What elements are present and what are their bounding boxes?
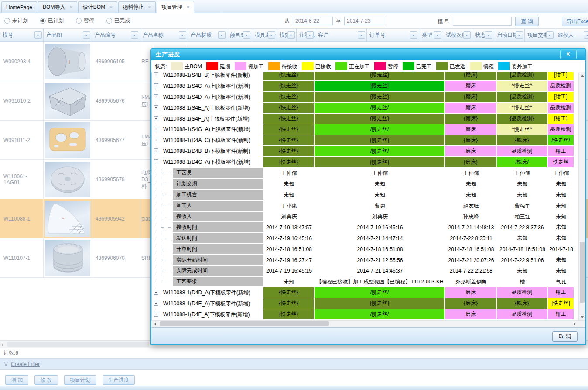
column-header-6[interactable]: 颜色要求 <box>227 29 252 41</box>
modify-button[interactable]: 修 改 <box>34 375 58 385</box>
close-tab-icon[interactable]: × <box>187 5 189 10</box>
column-header-14[interactable]: 状态 <box>472 29 494 41</box>
column-header-5[interactable]: 产品材质 <box>188 29 227 41</box>
tab-2[interactable]: BOM导入× <box>38 1 77 13</box>
production-progress-button[interactable]: 生产进度 <box>103 375 135 385</box>
column-header-label: 跟模人 <box>558 31 574 39</box>
filter-dropdown-icon[interactable] <box>358 31 365 39</box>
tree-row[interactable]: +W110088-1(D4F_A)下模板零件(新增){快走丝}/慢走丝/磨床品质… <box>152 309 578 320</box>
tree-row[interactable]: −W110088-1(D4C_A)下模板零件(新增){快走丝}{慢走丝}{磨床}… <box>152 157 578 168</box>
search-button[interactable]: 查 询 <box>515 17 538 26</box>
column-header-12[interactable]: 类型 <box>419 29 443 41</box>
filter-dropdown-icon[interactable] <box>434 31 441 39</box>
radio-icon[interactable] <box>40 18 46 24</box>
column-header-3[interactable]: 产品编号 <box>92 29 140 41</box>
filter-dropdown-icon[interactable] <box>268 31 275 39</box>
process-status-cell: {快走丝} <box>263 157 315 168</box>
create-filter-link[interactable]: Create Filter <box>11 361 40 367</box>
expand-toggle-icon[interactable]: + <box>154 301 158 306</box>
filter-dropdown-icon[interactable] <box>243 31 250 39</box>
column-header-4[interactable]: 产品名称 <box>140 29 188 41</box>
tree-row[interactable]: +W110088-1(S4B_B)上脱板零件(新制){快走丝}{慢走丝}{磨床}… <box>152 72 578 81</box>
filter-dropdown-icon[interactable] <box>34 31 42 39</box>
radio-option-2[interactable]: 已计划 <box>40 17 64 24</box>
tab-4[interactable]: 物料停止× <box>118 1 156 13</box>
tab-5[interactable]: 项目管理× <box>157 1 194 13</box>
column-header-15[interactable]: 启动日期 <box>494 29 525 41</box>
dialog-horizontal-scrollbar[interactable] <box>151 320 585 327</box>
column-header-13[interactable]: 试模次数 <box>443 29 472 41</box>
scroll-right-icon[interactable] <box>574 322 576 326</box>
filter-dropdown-icon[interactable] <box>410 31 417 39</box>
filter-dropdown-icon[interactable] <box>83 31 90 39</box>
column-header-7[interactable]: 模具寿命 <box>252 29 277 41</box>
filter-dropdown-icon[interactable] <box>131 31 138 39</box>
cancel-button[interactable]: 取 消 <box>552 331 578 342</box>
column-header-8[interactable]: 模穴数 <box>277 29 297 41</box>
column-header-17[interactable]: 跟模人 <box>555 29 588 41</box>
expand-toggle-icon[interactable]: + <box>154 127 158 131</box>
dialog-vertical-scrollbar[interactable] <box>578 72 585 320</box>
export-excel-button[interactable]: 导出Exce <box>562 17 588 26</box>
expand-toggle-icon[interactable]: + <box>154 290 158 295</box>
column-header-11[interactable]: 订单号 <box>367 29 419 41</box>
tree-row[interactable]: +W110088-1(D4E_A)下模板零件(新增){快走丝}{慢走丝}{磨床}… <box>152 298 578 309</box>
tree-row[interactable]: +W110088-1(S4C_A)上脱板零件(新增){快走丝}|慢走丝|磨床^慢… <box>152 81 578 92</box>
radio-option-4[interactable]: 已完成 <box>106 17 130 24</box>
project-plan-button[interactable]: 项目计划 <box>64 375 96 385</box>
close-tab-icon[interactable]: × <box>69 5 72 10</box>
filter-dropdown-icon[interactable] <box>546 31 554 39</box>
filter-dropdown-icon[interactable] <box>179 31 186 39</box>
close-tab-icon[interactable]: × <box>109 5 112 10</box>
expand-toggle-icon[interactable]: + <box>154 83 158 88</box>
radio-icon[interactable] <box>4 18 10 24</box>
add-button[interactable]: 增 加 <box>5 375 28 385</box>
scrollbar-thumb[interactable] <box>160 321 329 326</box>
tree-row[interactable]: +W110088-1(S4E_A)上脱板零件(新增){快走丝}/慢走丝/磨床^慢… <box>152 103 578 114</box>
column-header-2[interactable]: 产品图 <box>44 29 92 41</box>
tree-row[interactable]: +W110088-1(S4F_A)上脱板零件(新增){快走丝}{慢走丝}{磨床}… <box>152 114 578 124</box>
tree-row[interactable]: +W110088-1(S4G_A)上脱板零件(新增){快走丝}/慢走丝/磨床^慢… <box>152 124 578 135</box>
filter-dropdown-icon[interactable] <box>485 31 492 39</box>
expand-toggle-icon[interactable]: + <box>154 94 158 99</box>
scrollbar-thumb[interactable] <box>7 342 149 347</box>
scroll-left-icon[interactable]: ‹ <box>1 342 3 347</box>
radio-option-3[interactable]: 暂停 <box>76 17 94 24</box>
column-header-1[interactable]: 模号 <box>0 29 44 41</box>
close-icon[interactable]: X <box>560 50 577 59</box>
filter-dropdown-icon[interactable] <box>218 31 226 39</box>
scrollbar-thumb[interactable] <box>580 242 585 303</box>
radio-icon[interactable] <box>106 18 112 24</box>
scroll-up-icon[interactable] <box>581 75 584 77</box>
expand-toggle-icon[interactable]: + <box>154 72 158 77</box>
date-from-input[interactable] <box>293 17 333 25</box>
filter-dropdown-icon[interactable] <box>463 31 471 39</box>
tree-row[interactable]: +W110088-1(D4B_B)下模板零件(新制){快走丝}/慢走丝/磨床品质… <box>152 146 578 157</box>
scroll-down-icon[interactable] <box>581 316 584 318</box>
filter-dropdown-icon[interactable] <box>516 31 523 39</box>
column-header-label: 模号 <box>3 31 13 39</box>
tree-row[interactable]: +W110088-1(D4A_C)下模板零件(新制){快走丝}{慢走丝}{磨床}… <box>152 135 578 146</box>
expand-toggle-icon[interactable]: + <box>154 148 158 153</box>
scroll-left-icon[interactable] <box>154 322 156 326</box>
filter-dropdown-icon[interactable] <box>306 31 314 39</box>
tab-1[interactable]: HomePage <box>1 1 37 13</box>
column-header-16[interactable]: 项目交期 <box>525 29 555 41</box>
date-to-input[interactable] <box>344 17 384 25</box>
mold-input[interactable] <box>453 17 512 26</box>
column-header-9[interactable]: 注塑机 <box>297 29 315 41</box>
close-tab-icon[interactable]: × <box>148 5 151 10</box>
filter-dropdown-icon[interactable] <box>584 31 588 39</box>
expand-toggle-icon[interactable]: + <box>154 105 158 110</box>
expand-toggle-icon[interactable]: + <box>154 312 158 317</box>
expand-toggle-icon[interactable]: + <box>154 138 158 142</box>
expand-toggle-icon[interactable]: + <box>154 116 158 121</box>
radio-icon[interactable] <box>76 18 82 24</box>
filter-dropdown-icon[interactable] <box>287 31 295 39</box>
tree-row[interactable]: +W110088-1(S4D_A)上脱板零件(新增){快走丝}{慢走丝}{磨床}… <box>152 92 578 103</box>
radio-option-1[interactable]: 未计划 <box>4 17 28 24</box>
tab-3[interactable]: 设计BOM× <box>78 1 117 13</box>
column-header-10[interactable]: 客户 <box>315 29 367 41</box>
expand-toggle-icon[interactable]: − <box>154 159 158 164</box>
tree-row[interactable]: +W110088-1(D4D_A)下模板零件(新增){快走丝}/慢走丝/磨床品质… <box>152 287 578 298</box>
